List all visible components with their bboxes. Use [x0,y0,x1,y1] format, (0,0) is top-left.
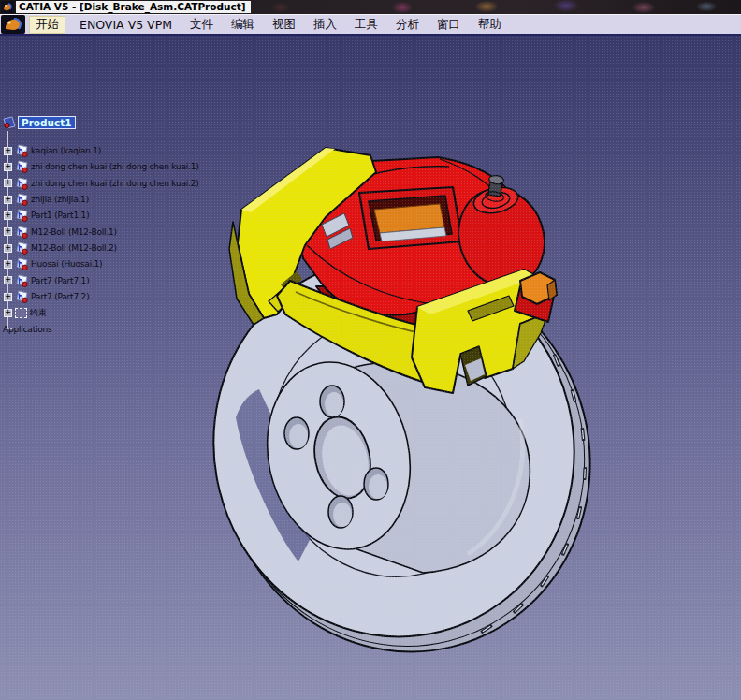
tree-item-label[interactable]: M12-Boll (M12-Boll.2) [31,243,117,253]
tree-item[interactable]: +Huosai (Huosai.1) [0,256,102,271]
tree-item-label[interactable]: zhi dong chen kuai (zhi dong chen kuai.1… [31,162,199,171]
tree-item[interactable]: Applications [0,322,52,337]
component-icon [15,241,28,255]
component-icon [15,193,28,206]
tree-item-label[interactable]: zhi dong chen kuai (zhi dong chen kuai.2… [31,179,199,188]
tree-item[interactable]: +Part1 (Part1.1) [0,208,89,223]
tree-item[interactable]: +kaqian (kaqian.1) [0,143,101,158]
component-icon [15,290,28,303]
tree-expand-box[interactable]: + [4,309,12,317]
tree-expand-box[interactable]: + [4,244,12,253]
tree-item-label[interactable]: zhijia (zhijia.1) [31,195,89,204]
tree-item[interactable]: +zhi dong chen kuai (zhi dong chen kuai.… [0,159,199,174]
menu-item-help[interactable]: 帮助 [474,16,505,34]
product-root-icon [3,116,16,129]
tree-item[interactable]: +Part7 (Part7.2) [0,289,89,304]
tree-expand-box[interactable]: + [4,147,12,155]
component-icon [15,144,28,157]
tree-expand-box[interactable]: + [4,293,12,301]
menu-item-start[interactable]: 开始 [29,16,65,34]
tree-item-label[interactable]: Part7 (Part7.1) [31,276,89,285]
menu-item-analyze[interactable]: 分析 [392,16,423,34]
window-title: CATIA V5 - [Disk_Brake_Asm.CATProduct] [16,1,251,13]
catia-window: Product1 +kaqian (kaqian.1)+zhi dong che… [0,0,741,700]
menu-item-enovia[interactable]: ENOVIA V5 VPM [76,17,176,33]
tree-expand-box[interactable]: + [4,227,12,236]
menu-item-view[interactable]: 视图 [269,16,299,34]
component-icon [15,177,28,190]
tree-expand-box[interactable]: + [4,163,12,171]
tree-root-label[interactable]: Product1 [18,116,76,129]
lug-hole[interactable] [284,417,309,449]
catia-logo-icon [1,1,14,13]
component-icon [15,209,28,222]
tree-expand-box[interactable]: + [4,211,12,220]
constraints-icon [15,308,27,318]
tree-expand-box[interactable]: + [4,276,12,284]
tree-item-label[interactable]: Part7 (Part7.2) [31,292,89,301]
tree-item[interactable]: +Part7 (Part7.1) [0,273,89,288]
tree-item[interactable]: +zhijia (zhijia.1) [0,192,89,207]
component-icon [15,160,28,173]
tree-item-label[interactable]: Part1 (Part1.1) [31,211,89,220]
tree-item[interactable]: +M12-Boll (M12-Boll.1) [0,225,117,240]
component-icon [15,257,28,270]
catia-start-icon[interactable] [1,15,25,34]
component-icon [15,274,28,287]
tree-item[interactable]: +zhi dong chen kuai (zhi dong chen kuai.… [0,176,199,191]
menu-item-edit[interactable]: 编辑 [227,16,258,34]
menu-item-window[interactable]: 窗口 [433,16,464,34]
menu-item-file[interactable]: 文件 [186,16,217,34]
tree-item[interactable]: +M12-Boll (M12-Boll.2) [0,241,117,255]
lug-hole[interactable] [320,386,344,417]
title-bar[interactable]: CATIA V5 - [Disk_Brake_Asm.CATProduct] [0,0,741,14]
tree-item-label[interactable]: Huosai (Huosai.1) [31,259,102,269]
tree-item-label[interactable]: kaqian (kaqian.1) [31,146,101,155]
menu-item-insert[interactable]: 插入 [310,16,341,34]
lug-hole[interactable] [328,496,353,528]
tree-root-product[interactable]: Product1 [0,115,76,130]
tree-item-label[interactable]: M12-Boll (M12-Boll.1) [31,227,117,237]
spec-tree: Product1 +kaqian (kaqian.1)+zhi dong che… [0,0,243,412]
menu-bar: 开始 ENOVIA V5 VPM 文件 编辑 视图 插入 工具 分析 窗口 帮助 [0,14,741,36]
lug-hole[interactable] [364,468,388,500]
tree-expand-box[interactable]: + [4,196,12,204]
tree-expand-box[interactable]: + [4,179,12,187]
component-icon [15,226,28,239]
tree-expand-box[interactable]: + [4,260,12,269]
tree-item[interactable]: +约束 [0,306,47,321]
tree-item-label[interactable]: Applications [3,325,52,334]
menu-item-tools[interactable]: 工具 [351,16,382,34]
tree-item-label[interactable]: 约束 [30,307,47,319]
